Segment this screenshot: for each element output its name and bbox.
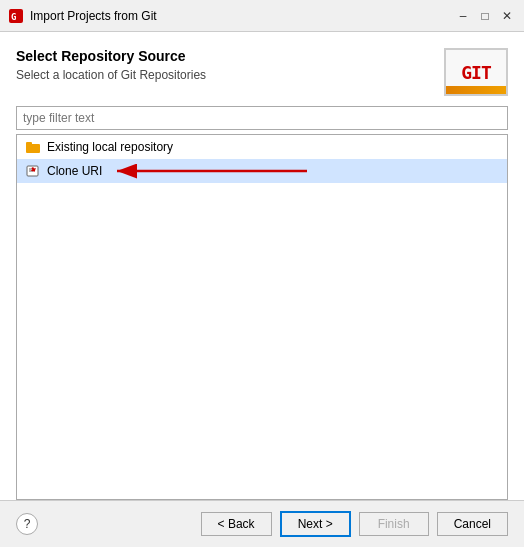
list-item-label: Clone URI bbox=[47, 164, 102, 178]
section-subtext: Select a location of Git Repositories bbox=[16, 68, 206, 82]
section-heading: Select Repository Source bbox=[16, 48, 206, 64]
help-button[interactable]: ? bbox=[16, 513, 38, 535]
minimize-button[interactable]: – bbox=[454, 7, 472, 25]
maximize-button[interactable]: □ bbox=[476, 7, 494, 25]
dialog-content: Select Repository Source Select a locati… bbox=[0, 32, 524, 500]
header-section: Select Repository Source Select a locati… bbox=[16, 48, 508, 96]
window-title: Import Projects from Git bbox=[30, 9, 454, 23]
filter-input[interactable] bbox=[16, 106, 508, 130]
window-controls: – □ ✕ bbox=[454, 7, 516, 25]
list-item[interactable]: Clone URI bbox=[17, 159, 507, 183]
close-button[interactable]: ✕ bbox=[498, 7, 516, 25]
repository-list: Existing local repository Clone URI bbox=[16, 134, 508, 500]
next-button[interactable]: Next > bbox=[280, 511, 351, 537]
list-item[interactable]: Existing local repository bbox=[17, 135, 507, 159]
footer: ? < Back Next > Finish Cancel bbox=[0, 500, 524, 547]
list-item-label: Existing local repository bbox=[47, 140, 173, 154]
clone-icon bbox=[25, 163, 41, 179]
back-button[interactable]: < Back bbox=[201, 512, 272, 536]
git-logo: GIT bbox=[444, 48, 508, 96]
folder-icon bbox=[25, 139, 41, 155]
cancel-button[interactable]: Cancel bbox=[437, 512, 508, 536]
svg-text:G: G bbox=[11, 12, 16, 22]
svg-rect-3 bbox=[26, 142, 32, 146]
title-bar: G Import Projects from Git – □ ✕ bbox=[0, 0, 524, 32]
header-text: Select Repository Source Select a locati… bbox=[16, 48, 206, 82]
app-icon: G bbox=[8, 8, 24, 24]
finish-button: Finish bbox=[359, 512, 429, 536]
